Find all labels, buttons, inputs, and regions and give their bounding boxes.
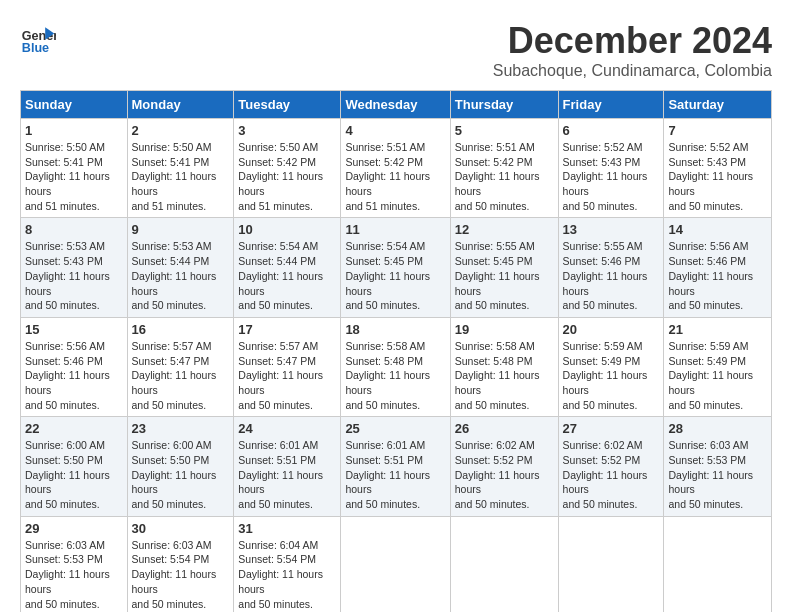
day-info: Sunrise: 6:03 AMSunset: 5:54 PMDaylight:… xyxy=(132,538,230,611)
day-number: 25 xyxy=(345,421,445,436)
day-number: 8 xyxy=(25,222,123,237)
day-number: 10 xyxy=(238,222,336,237)
day-info: Sunrise: 5:54 AMSunset: 5:45 PMDaylight:… xyxy=(345,239,445,312)
day-number: 26 xyxy=(455,421,554,436)
day-number: 11 xyxy=(345,222,445,237)
day-cell: 11 Sunrise: 5:54 AMSunset: 5:45 PMDaylig… xyxy=(341,218,450,317)
day-number: 15 xyxy=(25,322,123,337)
page-header: General Blue December 2024 Subachoque, C… xyxy=(20,20,772,80)
day-info: Sunrise: 6:00 AMSunset: 5:50 PMDaylight:… xyxy=(25,438,123,511)
day-info: Sunrise: 5:52 AMSunset: 5:43 PMDaylight:… xyxy=(563,140,660,213)
day-info: Sunrise: 5:53 AMSunset: 5:43 PMDaylight:… xyxy=(25,239,123,312)
day-info: Sunrise: 5:58 AMSunset: 5:48 PMDaylight:… xyxy=(345,339,445,412)
day-number: 16 xyxy=(132,322,230,337)
header-tuesday: Tuesday xyxy=(234,91,341,119)
header-wednesday: Wednesday xyxy=(341,91,450,119)
day-cell xyxy=(664,516,772,612)
day-cell: 7 Sunrise: 5:52 AMSunset: 5:43 PMDayligh… xyxy=(664,119,772,218)
day-info: Sunrise: 5:59 AMSunset: 5:49 PMDaylight:… xyxy=(563,339,660,412)
day-cell: 31 Sunrise: 6:04 AMSunset: 5:54 PMDaylig… xyxy=(234,516,341,612)
day-number: 24 xyxy=(238,421,336,436)
day-cell: 30 Sunrise: 6:03 AMSunset: 5:54 PMDaylig… xyxy=(127,516,234,612)
calendar-table: SundayMondayTuesdayWednesdayThursdayFrid… xyxy=(20,90,772,612)
day-number: 30 xyxy=(132,521,230,536)
header-monday: Monday xyxy=(127,91,234,119)
day-cell: 17 Sunrise: 5:57 AMSunset: 5:47 PMDaylig… xyxy=(234,317,341,416)
day-cell: 13 Sunrise: 5:55 AMSunset: 5:46 PMDaylig… xyxy=(558,218,664,317)
day-cell: 6 Sunrise: 5:52 AMSunset: 5:43 PMDayligh… xyxy=(558,119,664,218)
day-info: Sunrise: 5:50 AMSunset: 5:42 PMDaylight:… xyxy=(238,140,336,213)
day-number: 18 xyxy=(345,322,445,337)
day-number: 3 xyxy=(238,123,336,138)
day-cell: 28 Sunrise: 6:03 AMSunset: 5:53 PMDaylig… xyxy=(664,417,772,516)
day-info: Sunrise: 5:56 AMSunset: 5:46 PMDaylight:… xyxy=(668,239,767,312)
day-cell xyxy=(450,516,558,612)
day-cell: 10 Sunrise: 5:54 AMSunset: 5:44 PMDaylig… xyxy=(234,218,341,317)
day-info: Sunrise: 5:53 AMSunset: 5:44 PMDaylight:… xyxy=(132,239,230,312)
day-cell: 25 Sunrise: 6:01 AMSunset: 5:51 PMDaylig… xyxy=(341,417,450,516)
day-info: Sunrise: 6:04 AMSunset: 5:54 PMDaylight:… xyxy=(238,538,336,611)
day-cell: 29 Sunrise: 6:03 AMSunset: 5:53 PMDaylig… xyxy=(21,516,128,612)
header-friday: Friday xyxy=(558,91,664,119)
day-number: 17 xyxy=(238,322,336,337)
day-cell: 16 Sunrise: 5:57 AMSunset: 5:47 PMDaylig… xyxy=(127,317,234,416)
day-number: 12 xyxy=(455,222,554,237)
day-info: Sunrise: 5:55 AMSunset: 5:45 PMDaylight:… xyxy=(455,239,554,312)
day-number: 29 xyxy=(25,521,123,536)
day-number: 5 xyxy=(455,123,554,138)
day-info: Sunrise: 6:03 AMSunset: 5:53 PMDaylight:… xyxy=(25,538,123,611)
day-number: 6 xyxy=(563,123,660,138)
week-row-4: 22 Sunrise: 6:00 AMSunset: 5:50 PMDaylig… xyxy=(21,417,772,516)
header-sunday: Sunday xyxy=(21,91,128,119)
day-number: 4 xyxy=(345,123,445,138)
day-cell: 22 Sunrise: 6:00 AMSunset: 5:50 PMDaylig… xyxy=(21,417,128,516)
day-number: 7 xyxy=(668,123,767,138)
day-info: Sunrise: 5:50 AMSunset: 5:41 PMDaylight:… xyxy=(132,140,230,213)
month-title: December 2024 xyxy=(493,20,772,62)
day-cell: 24 Sunrise: 6:01 AMSunset: 5:51 PMDaylig… xyxy=(234,417,341,516)
day-info: Sunrise: 5:56 AMSunset: 5:46 PMDaylight:… xyxy=(25,339,123,412)
day-number: 28 xyxy=(668,421,767,436)
day-info: Sunrise: 5:51 AMSunset: 5:42 PMDaylight:… xyxy=(455,140,554,213)
header-saturday: Saturday xyxy=(664,91,772,119)
day-cell: 3 Sunrise: 5:50 AMSunset: 5:42 PMDayligh… xyxy=(234,119,341,218)
day-cell xyxy=(341,516,450,612)
day-number: 19 xyxy=(455,322,554,337)
day-number: 31 xyxy=(238,521,336,536)
location: Subachoque, Cundinamarca, Colombia xyxy=(493,62,772,80)
day-info: Sunrise: 5:57 AMSunset: 5:47 PMDaylight:… xyxy=(238,339,336,412)
logo-icon: General Blue xyxy=(20,20,56,56)
day-cell: 8 Sunrise: 5:53 AMSunset: 5:43 PMDayligh… xyxy=(21,218,128,317)
day-cell: 5 Sunrise: 5:51 AMSunset: 5:42 PMDayligh… xyxy=(450,119,558,218)
day-cell: 1 Sunrise: 5:50 AMSunset: 5:41 PMDayligh… xyxy=(21,119,128,218)
day-number: 20 xyxy=(563,322,660,337)
day-info: Sunrise: 5:59 AMSunset: 5:49 PMDaylight:… xyxy=(668,339,767,412)
day-info: Sunrise: 6:01 AMSunset: 5:51 PMDaylight:… xyxy=(345,438,445,511)
day-info: Sunrise: 5:58 AMSunset: 5:48 PMDaylight:… xyxy=(455,339,554,412)
day-cell: 15 Sunrise: 5:56 AMSunset: 5:46 PMDaylig… xyxy=(21,317,128,416)
day-info: Sunrise: 5:51 AMSunset: 5:42 PMDaylight:… xyxy=(345,140,445,213)
day-info: Sunrise: 6:02 AMSunset: 5:52 PMDaylight:… xyxy=(563,438,660,511)
day-cell: 14 Sunrise: 5:56 AMSunset: 5:46 PMDaylig… xyxy=(664,218,772,317)
day-number: 23 xyxy=(132,421,230,436)
day-cell xyxy=(558,516,664,612)
day-info: Sunrise: 6:02 AMSunset: 5:52 PMDaylight:… xyxy=(455,438,554,511)
week-row-3: 15 Sunrise: 5:56 AMSunset: 5:46 PMDaylig… xyxy=(21,317,772,416)
day-cell: 18 Sunrise: 5:58 AMSunset: 5:48 PMDaylig… xyxy=(341,317,450,416)
day-info: Sunrise: 6:03 AMSunset: 5:53 PMDaylight:… xyxy=(668,438,767,511)
day-cell: 27 Sunrise: 6:02 AMSunset: 5:52 PMDaylig… xyxy=(558,417,664,516)
day-number: 14 xyxy=(668,222,767,237)
day-cell: 20 Sunrise: 5:59 AMSunset: 5:49 PMDaylig… xyxy=(558,317,664,416)
svg-text:Blue: Blue xyxy=(22,41,49,55)
header-row: SundayMondayTuesdayWednesdayThursdayFrid… xyxy=(21,91,772,119)
day-cell: 26 Sunrise: 6:02 AMSunset: 5:52 PMDaylig… xyxy=(450,417,558,516)
day-cell: 23 Sunrise: 6:00 AMSunset: 5:50 PMDaylig… xyxy=(127,417,234,516)
title-block: December 2024 Subachoque, Cundinamarca, … xyxy=(493,20,772,80)
logo: General Blue xyxy=(20,20,56,56)
day-cell: 21 Sunrise: 5:59 AMSunset: 5:49 PMDaylig… xyxy=(664,317,772,416)
day-info: Sunrise: 5:55 AMSunset: 5:46 PMDaylight:… xyxy=(563,239,660,312)
day-info: Sunrise: 5:50 AMSunset: 5:41 PMDaylight:… xyxy=(25,140,123,213)
day-cell: 4 Sunrise: 5:51 AMSunset: 5:42 PMDayligh… xyxy=(341,119,450,218)
day-info: Sunrise: 5:54 AMSunset: 5:44 PMDaylight:… xyxy=(238,239,336,312)
day-number: 22 xyxy=(25,421,123,436)
